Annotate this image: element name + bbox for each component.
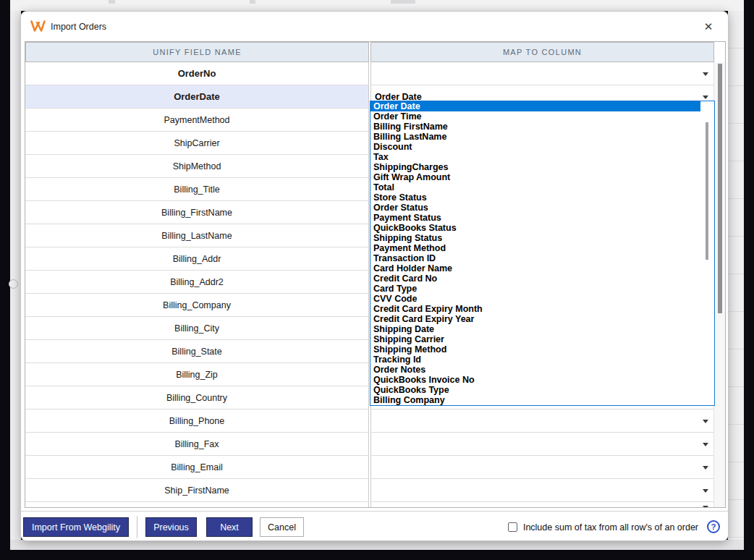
unify-field-name: Billing_Title: [25, 178, 369, 201]
unify-field-name: PaymentMethod: [25, 109, 369, 132]
dropdown-option[interactable]: Credit Card No: [370, 273, 714, 284]
background-fragment: [250, 0, 255, 4]
table-row: Billing_Fax: [25, 433, 714, 456]
webgility-logo-icon: [30, 20, 46, 33]
dropdown-option[interactable]: Tracking Id: [370, 355, 714, 365]
background-fragment: [109, 0, 115, 4]
dialog-footer: Import From Webgility Previous Next Canc…: [21, 511, 728, 541]
unify-field-name: Billing_Phone: [25, 410, 369, 433]
map-to-column-combobox[interactable]: [370, 456, 714, 479]
background-window-bottom: [10, 540, 744, 550]
dropdown-option[interactable]: Tax: [370, 152, 714, 162]
unify-field-name: Billing_Email: [25, 456, 369, 479]
map-column-dropdown-list: Order DateOrder TimeBilling FirstNameBil…: [370, 101, 715, 406]
chevron-down-icon[interactable]: [703, 72, 708, 76]
dropdown-option[interactable]: Order Notes: [370, 365, 714, 375]
unify-field-name: OrderDate: [25, 85, 369, 109]
background-circle-icon: [9, 279, 18, 289]
button-divider: [137, 516, 137, 538]
background-window-right: [728, 11, 744, 550]
map-to-column-combobox[interactable]: [370, 433, 714, 456]
unify-field-name: [25, 502, 369, 507]
cancel-button[interactable]: Cancel: [260, 517, 304, 537]
unify-field-name: Billing_Company: [25, 294, 369, 317]
dropdown-option[interactable]: Shipping Method: [370, 344, 714, 355]
dropdown-option[interactable]: Discount: [370, 142, 714, 152]
dropdown-option[interactable]: Payment Status: [370, 213, 714, 223]
dropdown-option[interactable]: QuickBooks Type: [370, 385, 714, 395]
dropdown-scrollbar-thumb[interactable]: [706, 122, 708, 260]
dropdown-option[interactable]: Shipping Status: [370, 233, 714, 243]
dropdown-option[interactable]: ShippingCharges: [370, 162, 714, 172]
chevron-down-icon[interactable]: [703, 420, 708, 423]
dialog-title: Import Orders: [51, 12, 106, 41]
dropdown-option[interactable]: Credit Card Expiry Month: [370, 304, 714, 314]
table-row: OrderNo: [25, 62, 714, 85]
table-scrollbar-thumb[interactable]: [718, 64, 722, 313]
unify-field-name: OrderNo: [25, 62, 369, 85]
dropdown-option[interactable]: Card Holder Name: [370, 263, 714, 273]
column-header-unify-field-name: UNIFY FIELD NAME: [25, 42, 369, 62]
import-orders-dialog: Import Orders ✕ UNIFY FIELD NAME MAP TO …: [20, 11, 729, 541]
dialog-titlebar: Import Orders ✕: [21, 12, 728, 41]
help-icon[interactable]: ?: [707, 520, 720, 533]
unify-field-name: ShipCarrier: [25, 132, 369, 155]
dropdown-option[interactable]: Shipping Carrier: [370, 334, 714, 344]
dropdown-option[interactable]: Card Type: [370, 284, 714, 294]
unify-field-name: Billing_LastName: [25, 224, 369, 247]
column-header-map-to-column: MAP TO COLUMN: [370, 42, 714, 62]
table-row: Ship_FirstName: [25, 479, 714, 502]
dropdown-option[interactable]: Order Time: [370, 111, 714, 122]
chevron-down-icon[interactable]: [703, 443, 708, 446]
chevron-down-icon[interactable]: [703, 96, 708, 99]
map-to-column-combobox[interactable]: [370, 62, 714, 85]
dropdown-option[interactable]: QuickBooks Status: [370, 223, 714, 233]
dropdown-option[interactable]: Store Status: [370, 192, 714, 203]
dropdown-option[interactable]: Billing FirstName: [370, 122, 714, 132]
unify-field-name: Billing_FirstName: [25, 201, 369, 224]
dropdown-items: Order DateOrder TimeBilling FirstNameBil…: [370, 101, 714, 405]
map-to-column-combobox[interactable]: [370, 410, 714, 433]
table-header-row: UNIFY FIELD NAME MAP TO COLUMN: [25, 42, 714, 62]
table-row: Billing_Email: [25, 456, 714, 479]
table-row: [25, 502, 714, 507]
unify-field-name: Billing_Country: [25, 386, 369, 410]
unify-field-name: Billing_Zip: [25, 363, 369, 386]
background-fragment: [391, 0, 415, 4]
include-tax-sum-checkbox[interactable]: [508, 522, 517, 532]
chevron-down-icon[interactable]: [703, 466, 708, 470]
dropdown-option[interactable]: Credit Card Expiry Year: [370, 314, 714, 324]
table-scrollbar[interactable]: [713, 62, 725, 507]
dropdown-option[interactable]: Order Status: [370, 203, 714, 213]
unify-field-name: ShipMethod: [25, 155, 369, 178]
dropdown-option[interactable]: CVV Code: [370, 294, 714, 304]
dropdown-option[interactable]: Payment Method: [370, 243, 714, 253]
map-to-column-combobox[interactable]: [370, 502, 714, 507]
unify-field-name: Billing_City: [25, 317, 369, 340]
close-icon[interactable]: ✕: [700, 12, 716, 41]
dropdown-option[interactable]: Total: [370, 182, 714, 192]
next-button[interactable]: Next: [206, 517, 253, 537]
unify-field-name: Billing_Fax: [25, 433, 369, 456]
unify-field-name: Billing_State: [25, 340, 369, 363]
dropdown-option[interactable]: Billing Company: [370, 395, 714, 405]
dropdown-option[interactable]: QuickBooks Invoice No: [370, 375, 714, 385]
unify-field-name: Billing_Addr2: [25, 271, 369, 294]
tax-sum-option: Include sum of tax from all row's of an …: [508, 512, 698, 541]
background-window-top: [10, 0, 744, 11]
table-row: Billing_Phone: [25, 410, 714, 433]
previous-button[interactable]: Previous: [145, 517, 197, 537]
dropdown-option[interactable]: Gift Wrap Amount: [370, 172, 714, 182]
import-from-webgility-button[interactable]: Import From Webgility: [23, 517, 129, 537]
include-tax-sum-label: Include sum of tax from all row's of an …: [523, 522, 698, 533]
dropdown-option[interactable]: Billing LastName: [370, 132, 714, 142]
chevron-down-icon[interactable]: [703, 506, 708, 507]
chevron-down-icon[interactable]: [703, 489, 708, 493]
dropdown-option[interactable]: Transaction ID: [370, 253, 714, 263]
map-to-column-combobox[interactable]: [370, 479, 714, 502]
unify-field-name: Billing_Addr: [25, 247, 369, 271]
dropdown-option[interactable]: Shipping Date: [370, 324, 714, 334]
unify-field-name: Ship_FirstName: [25, 479, 369, 502]
dropdown-option[interactable]: Order Date: [370, 101, 700, 111]
